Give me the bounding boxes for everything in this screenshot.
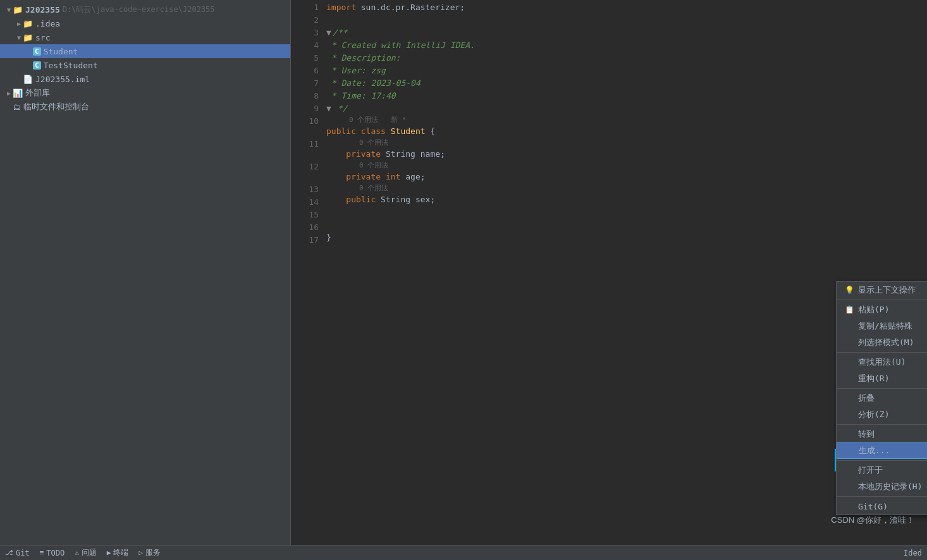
menu-local-history-label: 本地历史记录(H)	[858, 481, 922, 492]
line-num-1: 1	[296, 1, 319, 14]
project-name-label: J202355	[25, 5, 60, 15]
code-area[interactable]: 1 2 3 4 5 6 7 8 9 10 · 11 · 12 · 13 14	[291, 0, 927, 545]
menu-item-find-usages[interactable]: 查找用法(U) Alt+F7	[837, 354, 927, 370]
menu-paste-label: 粘贴(P)	[858, 304, 889, 315]
sidebar-item-iml[interactable]: 📄 J202355.iml	[0, 72, 290, 86]
menu-sep-6	[837, 496, 927, 497]
line-num-4: 4	[296, 39, 319, 52]
line-num-9: 9	[296, 102, 319, 115]
sidebar-item-src[interactable]: ▼ 📁 src	[0, 30, 290, 44]
code-line-17	[324, 244, 927, 257]
status-todo[interactable]: ≡ TODO	[40, 549, 65, 557]
menu-sep-2	[837, 352, 927, 353]
line-num-hint11: ·	[296, 150, 319, 161]
status-terminal[interactable]: ▶ 终端	[107, 547, 129, 558]
bulb-icon: 💡	[844, 286, 854, 295]
status-services-label: 服务	[145, 547, 161, 558]
menu-refactor-label: 重构(R)	[858, 373, 889, 384]
status-problems[interactable]: ⚠ 问题	[75, 547, 97, 558]
line-num-16: 16	[296, 221, 319, 234]
test-student-class-label: TestStudent	[44, 61, 98, 70]
sidebar-item-test-student[interactable]: C TestStudent	[0, 58, 290, 72]
sidebar-item-student[interactable]: C Student	[0, 44, 290, 58]
menu-sep-3	[837, 388, 927, 389]
code-line-2	[324, 14, 927, 27]
status-git[interactable]: ⎇ Git	[5, 549, 30, 557]
temp-files-label: 临时文件和控制台	[23, 101, 89, 113]
menu-sep-5	[837, 460, 927, 461]
sidebar-item-external-lib[interactable]: ▶ 📊 外部库	[0, 86, 290, 100]
fold-icon-3[interactable]: ▼	[326, 27, 331, 39]
src-folder-label: src	[35, 33, 50, 42]
menu-item-show-context[interactable]: 💡 显示上下文操作 Alt+Enter	[837, 282, 927, 298]
external-lib-label: 外部库	[25, 87, 50, 99]
status-todo-label: TODO	[46, 549, 64, 557]
code-line-10: public class Student {	[324, 125, 927, 138]
sidebar-tree: ▼ 📁 J202355 D:\码云\java-code-exercise\J20…	[0, 0, 290, 545]
menu-item-refactor[interactable]: 重构(R) ›	[837, 370, 927, 387]
code-line-13: public String sex;	[324, 193, 927, 206]
student-class-icon: C	[33, 47, 41, 56]
menu-item-open-in[interactable]: 打开于 ›	[837, 462, 927, 478]
editor: 1 2 3 4 5 6 7 8 9 10 · 11 · 12 · 13 14	[291, 0, 927, 545]
menu-item-local-history[interactable]: 本地历史记录(H) ›	[837, 478, 927, 495]
services-icon: ▷	[138, 549, 143, 557]
menu-item-column-mode[interactable]: 列选择模式(M) Alt+Shift+Insert	[837, 334, 927, 351]
menu-analyze-label: 分析(Z)	[858, 409, 889, 420]
line-numbers: 1 2 3 4 5 6 7 8 9 10 · 11 · 12 · 13 14	[291, 0, 324, 545]
menu-git-label: Git(G)	[858, 502, 888, 511]
line-num-8: 8	[296, 90, 319, 102]
code-line-7: * Date: 2023-05-04	[324, 77, 927, 90]
hint-line-name: 0 个用法	[324, 138, 927, 148]
status-bar: ⎇ Git ≡ TODO ⚠ 问题 ▶ 终端 ▷ 服务 Ided	[0, 545, 927, 560]
menu-goto-label: 转到	[858, 429, 875, 440]
sidebar-item-temp-files[interactable]: 🗂 临时文件和控制台	[0, 100, 290, 114]
iml-file-label: J202355.iml	[35, 75, 90, 84]
menu-item-folding[interactable]: 折叠 ›	[837, 390, 927, 406]
line-num-13: 13	[296, 183, 319, 196]
idea-folder-label: .idea	[35, 19, 60, 28]
sidebar-item-idea[interactable]: ▶ 📁 .idea	[0, 16, 290, 30]
code-line-3: ▼ /**	[324, 27, 927, 39]
line-num-3: 3	[296, 27, 319, 39]
context-menu: 💡 显示上下文操作 Alt+Enter 📋 粘贴(P) Ctrl+V	[836, 281, 927, 515]
line-num-10: 10	[296, 115, 319, 128]
problems-icon: ⚠	[75, 549, 79, 557]
fold-icon-9[interactable]: ▼	[326, 102, 331, 115]
tree-arrow-src: ▼	[15, 34, 23, 41]
line-num-14: 14	[296, 196, 319, 209]
status-problems-label: 问题	[82, 547, 97, 558]
menu-item-copy-paste-special[interactable]: 复制/粘贴特殊 ›	[837, 318, 927, 334]
code-line-15	[324, 219, 927, 231]
line-num-6: 6	[296, 64, 319, 77]
menu-item-paste[interactable]: 📋 粘贴(P) Ctrl+V	[837, 301, 927, 318]
code-line-4: * Created with IntelliJ IDEA.	[324, 39, 927, 52]
tree-arrow-idea: ▶	[15, 20, 23, 27]
code-line-9: ▼ */	[324, 102, 927, 115]
code-line-14	[324, 206, 927, 219]
hint-line-age: 0 个用法	[324, 161, 927, 171]
menu-copy-paste-label: 复制/粘贴特殊	[858, 320, 912, 332]
code-line-12: private int age;	[324, 171, 927, 183]
menu-show-context-label: 显示上下文操作	[858, 284, 916, 296]
line-num-2: 2	[296, 14, 319, 27]
menu-sep-1	[837, 300, 927, 300]
menu-item-generate[interactable]: 生成... Alt+Insert	[837, 442, 927, 459]
line-num-17: 17	[296, 234, 319, 247]
status-services[interactable]: ▷ 服务	[138, 547, 161, 558]
sidebar-item-project-root[interactable]: ▼ 📁 J202355 D:\码云\java-code-exercise\J20…	[0, 3, 290, 16]
line-num-hint12: ·	[296, 173, 319, 183]
menu-sep-4	[837, 424, 927, 425]
menu-column-label: 列选择模式(M)	[858, 337, 914, 348]
menu-item-goto[interactable]: 转到 ›	[837, 426, 927, 442]
idea-folder-icon: 📁	[23, 19, 33, 28]
code-line-5: * Description:	[324, 52, 927, 64]
menu-item-git[interactable]: Git(G) ›	[837, 498, 927, 514]
menu-find-usages-label: 查找用法(U)	[858, 356, 906, 368]
hint-line-sex: 0 个用法	[324, 183, 927, 193]
menu-item-analyze[interactable]: 分析(Z) ›	[837, 406, 927, 423]
src-folder-icon: 📁	[23, 33, 33, 42]
external-lib-icon: 📊	[13, 88, 23, 98]
todo-icon: ≡	[40, 549, 44, 557]
code-line-11: private String name;	[324, 148, 927, 161]
